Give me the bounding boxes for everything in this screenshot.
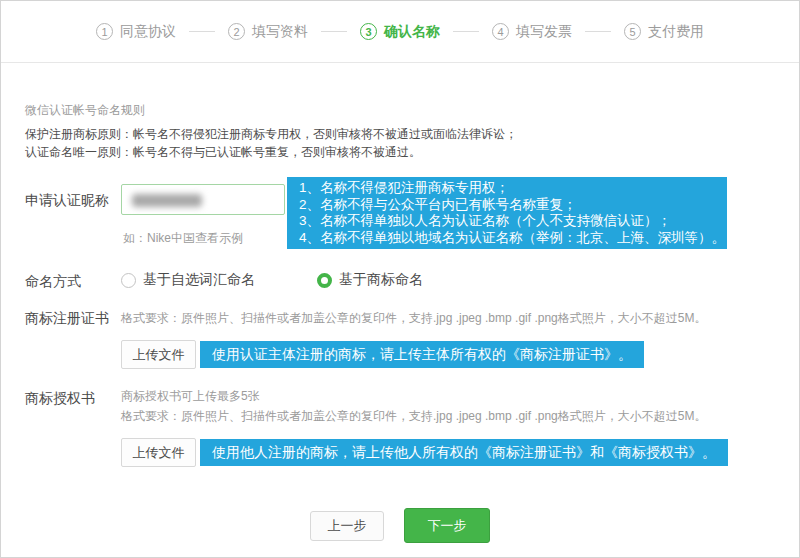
nickname-rules-tooltip: 1、名称不得侵犯注册商标专用权； 2、名称不得与公众平台内已有帐号名称重复； 3… <box>287 177 727 249</box>
nickname-label: 申请认证昵称 <box>25 192 109 210</box>
trademark-cert-format-note: 格式要求：原件照片、扫描件或者加盖公章的复印件，支持.jpg .jpeg .bm… <box>121 310 706 327</box>
step-1-circle-icon: 1 <box>96 23 113 40</box>
radio-option-label: 基于商标命名 <box>339 271 423 289</box>
naming-rules-title: 微信认证帐号命名规则 <box>25 102 145 119</box>
step-3-label: 确认名称 <box>384 23 440 41</box>
trademark-auth-format-note: 格式要求：原件照片、扫描件或者加盖公章的复印件，支持.jpg .jpeg .bm… <box>121 408 706 425</box>
stepper-header: 1 同意协议 2 填写资料 3 确认名称 4 填写发票 5 支付费用 <box>1 1 799 63</box>
view-example-link[interactable]: 查看示例 <box>195 231 243 245</box>
tooltip-line: 1、名称不得侵犯注册商标专用权； <box>299 180 717 197</box>
stepper-step-payment: 5 支付费用 <box>624 23 704 41</box>
step-4-label: 填写发票 <box>516 23 572 41</box>
step-2-label: 填写资料 <box>252 23 308 41</box>
upload-cert-button[interactable]: 上传文件 <box>121 340 196 369</box>
radio-unchecked-icon[interactable] <box>121 273 136 288</box>
step-5-circle-icon: 5 <box>624 23 641 40</box>
naming-method-label: 命名方式 <box>25 273 81 291</box>
naming-method-options: 基于自选词汇命名 基于商标命名 <box>121 271 423 289</box>
tooltip-line: 4、名称不得单独以地域名为认证名称（举例：北京、上海、深圳等）。 <box>299 230 717 247</box>
radio-checked-icon[interactable] <box>317 273 332 288</box>
nickname-example-text: 如：Nike中国 <box>123 231 195 245</box>
trademark-cert-label: 商标注册证书 <box>25 310 109 328</box>
stepper: 1 同意协议 2 填写资料 3 确认名称 4 填写发票 5 支付费用 <box>96 23 704 41</box>
step-2-circle-icon: 2 <box>228 23 245 40</box>
step-divider <box>321 31 347 32</box>
next-step-button[interactable]: 下一步 <box>404 508 490 543</box>
radio-option-custom-words[interactable]: 基于自选词汇命名 <box>121 271 255 289</box>
previous-step-button[interactable]: 上一步 <box>310 511 384 541</box>
step-divider <box>189 31 215 32</box>
tooltip-line: 2、名称不得与公众平台内已有帐号名称重复； <box>299 197 717 214</box>
trademark-auth-max-note: 商标授权书可上传最多5张 <box>121 388 260 405</box>
nickname-input[interactable] <box>121 184 285 215</box>
stepper-step-invoice: 4 填写发票 <box>492 23 572 41</box>
trademark-auth-tooltip: 使用他人注册的商标，请上传他人所有权的《商标注册证书》和《商标授权书》。 <box>200 439 728 466</box>
rule-unique-name: 认证命名唯一原则：帐号名不得与已认证帐号重复，否则审核将不被通过。 <box>25 144 421 161</box>
step-3-circle-icon: 3 <box>360 23 377 40</box>
stepper-step-agree: 1 同意协议 <box>96 23 176 41</box>
stepper-step-info: 2 填写资料 <box>228 23 308 41</box>
trademark-auth-label: 商标授权书 <box>25 390 95 408</box>
rule-trademark-protection: 保护注册商标原则：帐号名不得侵犯注册商标专用权，否则审核将不被通过或面临法律诉讼… <box>25 126 517 143</box>
nickname-hint: 如：Nike中国查看示例 <box>123 230 243 247</box>
trademark-cert-tooltip: 使用认证主体注册的商标，请上传主体所有权的《商标注册证书》。 <box>200 341 644 368</box>
radio-option-label: 基于自选词汇命名 <box>143 271 255 289</box>
upload-auth-button[interactable]: 上传文件 <box>121 438 196 467</box>
step-divider <box>585 31 611 32</box>
tooltip-line: 3、名称不得单独以人名为认证名称（个人不支持微信认证）； <box>299 213 717 230</box>
redacted-nickname-value <box>132 194 202 207</box>
step-1-label: 同意协议 <box>120 23 176 41</box>
step-5-label: 支付费用 <box>648 23 704 41</box>
radio-option-trademark[interactable]: 基于商标命名 <box>317 271 423 289</box>
step-divider <box>453 31 479 32</box>
stepper-step-confirm-name-active: 3 确认名称 <box>360 23 440 41</box>
step-4-circle-icon: 4 <box>492 23 509 40</box>
wechat-verification-page: 1 同意协议 2 填写资料 3 确认名称 4 填写发票 5 支付费用 <box>0 0 800 558</box>
